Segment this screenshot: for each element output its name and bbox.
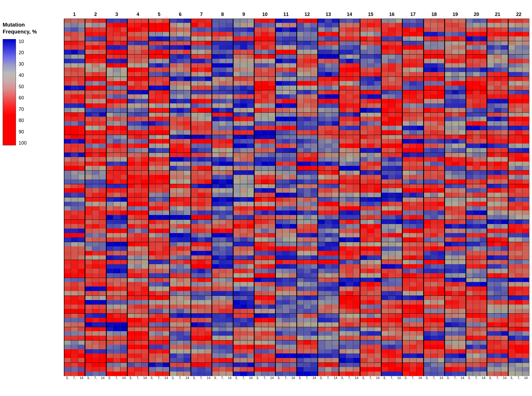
legend-title: MutationFrequency, % (3, 21, 61, 35)
treatment-label-chr13-0: 3, (318, 376, 325, 387)
chr-num-1: 1 (64, 12, 85, 17)
treatment-label-chr18-2: 14 (438, 376, 445, 387)
heatmap (64, 19, 529, 376)
treatment-label-chr7-1: 7, (198, 376, 205, 387)
treatment-label-chr8-1: 7, (219, 376, 226, 387)
chr-num-22: 22 (508, 12, 529, 17)
chr-num-2: 2 (85, 12, 106, 17)
treatment-label-chr22-1: 7, (515, 376, 522, 387)
treatment-label-chr15-2: 14 (374, 376, 381, 387)
chr-num-16: 16 (381, 12, 402, 17)
chr-num-19: 19 (445, 12, 466, 17)
treatment-label-chr1-0: 3, (64, 376, 71, 387)
chr-num-7: 7 (191, 12, 212, 17)
treatment-label-chr8-0: 3, (212, 376, 219, 387)
treatment-label-chr20-1: 7, (473, 376, 480, 387)
treatment-label-chr9-1: 7, (240, 376, 247, 387)
treatment-label-chr16-2: 14 (396, 376, 402, 387)
treatment-label-chr16-0: 3, (381, 376, 388, 387)
treatment-label-chr10-2: 14 (269, 376, 276, 387)
chr-num-4: 4 (127, 12, 149, 17)
treatment-label-chr4-2: 14 (142, 376, 148, 387)
chr-num-10: 10 (254, 12, 276, 17)
treatment-label-chr1-1: 7, (71, 376, 78, 387)
treatment-label-chr6-2: 14 (184, 376, 191, 387)
treatment-label-chr6-1: 7, (177, 376, 184, 387)
treatment-label-chr21-1: 7, (494, 376, 501, 387)
treatment-label-chr5-1: 7, (156, 376, 163, 387)
treatment-label-chr17-2: 14 (417, 376, 423, 387)
treatment-label-chr11-0: 3, (275, 376, 282, 387)
chromosome-numbers: 12345678910111213141516171819202122 (64, 5, 529, 17)
treatment-label-chr20-2: 14 (480, 376, 487, 387)
treatment-label-chr19-1: 7, (452, 376, 459, 387)
treatment-label-chr6-0: 3, (170, 376, 177, 387)
legend-label-100: 100 (19, 141, 27, 145)
treatment-label-chr12-0: 3, (297, 376, 304, 387)
treatment-label-chr10-1: 7, (261, 376, 268, 387)
treatment-label-chr14-2: 14 (353, 376, 360, 387)
chr-num-13: 13 (318, 12, 339, 17)
treatment-label-chr15-1: 7, (367, 376, 374, 387)
treatment-label-chr16-1: 7, (388, 376, 395, 387)
treatment-label-chr21-0: 3, (487, 376, 494, 387)
chr-num-9: 9 (233, 12, 254, 17)
treatment-label-chr18-0: 3, (423, 376, 430, 387)
legend-label-40: 40 (19, 73, 27, 78)
treatment-label-chr15-0: 3, (360, 376, 367, 387)
treatment-label-chr12-1: 7, (304, 376, 311, 387)
legend-label-20: 20 (19, 50, 27, 55)
treatment-label-chr1-2: 14 (78, 376, 85, 387)
treatment-label-chr20-0: 3, (466, 376, 473, 387)
treatment-label-chr17-1: 7, (410, 376, 417, 387)
legend-container: 10 20 30 40 50 60 70 80 90 100 (3, 39, 61, 145)
treatment-label-chr3-2: 14 (120, 376, 127, 387)
legend-labels: 10 20 30 40 50 60 70 80 90 100 (19, 39, 27, 145)
legend-colorbar (3, 39, 16, 145)
treatment-label-chr12-2: 14 (311, 376, 318, 387)
chr-num-6: 6 (170, 12, 191, 17)
treatment-label-chr11-2: 14 (290, 376, 297, 387)
treatment-label-chr22-0: 3, (508, 376, 515, 387)
treatment-label-chr22-2: 14 (522, 376, 529, 387)
treatment-label-chr9-0: 3, (233, 376, 240, 387)
treatment-label-chr13-2: 14 (332, 376, 339, 387)
left-panel: MutationFrequency, % 10 20 30 40 50 60 7… (3, 5, 61, 393)
treatment-label-chr14-1: 7, (346, 376, 353, 387)
treatment-label-chr21-2: 14 (501, 376, 508, 387)
treatment-label-chr19-2: 14 (459, 376, 466, 387)
treatment-label-chr8-2: 14 (226, 376, 233, 387)
legend-label-80: 80 (19, 118, 27, 123)
chr-num-18: 18 (423, 12, 445, 17)
treatment-label-chr10-0: 3, (254, 376, 261, 387)
chr-num-12: 12 (297, 12, 318, 17)
treatment-label-chr17-0: 3, (402, 376, 409, 387)
treatment-label-chr2-0: 3, (85, 376, 92, 387)
legend-label-70: 70 (19, 107, 27, 112)
treatment-label-chr19-0: 3, (445, 376, 452, 387)
legend-label-90: 90 (19, 129, 27, 134)
chr-num-17: 17 (402, 12, 424, 17)
heatmap-container (64, 19, 529, 376)
legend-label-30: 30 (19, 62, 27, 66)
chr-num-3: 3 (106, 12, 127, 17)
treatment-label-chr4-0: 3, (127, 376, 134, 387)
treatment-label-chr9-2: 14 (247, 376, 254, 387)
chr-num-5: 5 (148, 12, 170, 17)
treatment-label-chr18-1: 7, (431, 376, 438, 387)
legend-label-10: 10 (19, 39, 27, 44)
treatment-label-chr11-1: 7, (282, 376, 289, 387)
chr-num-11: 11 (275, 12, 297, 17)
chr-num-21: 21 (487, 12, 508, 17)
treatment-label-chr13-1: 7, (325, 376, 332, 387)
treatment-label-chr4-1: 7, (134, 376, 141, 387)
legend-label-60: 60 (19, 95, 27, 100)
chr-num-20: 20 (466, 12, 487, 17)
treatment-label-chr7-2: 14 (205, 376, 212, 387)
treatment-label-chr7-0: 3, (191, 376, 198, 387)
treatment-label-chr14-0: 3, (339, 376, 346, 387)
treatment-label-chr2-1: 7, (92, 376, 99, 387)
treatment-label-chr5-0: 3, (148, 376, 155, 387)
chr-num-15: 15 (360, 12, 381, 17)
treatment-label-chr5-2: 14 (163, 376, 170, 387)
